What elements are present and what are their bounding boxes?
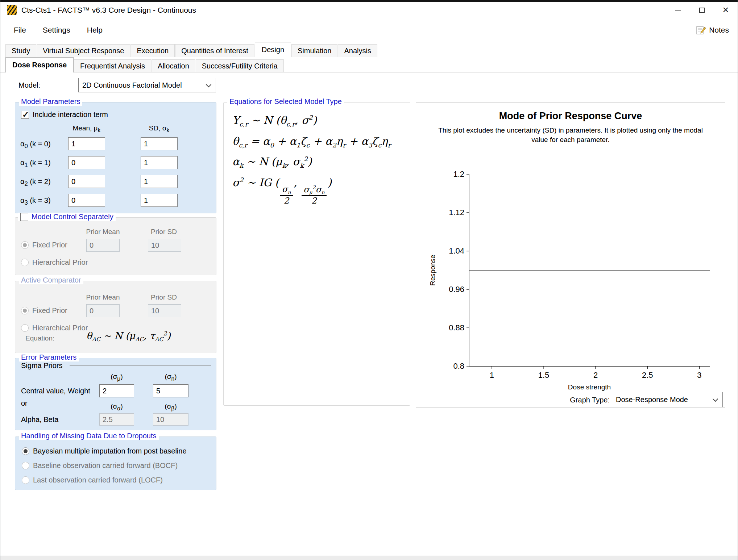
tab-quantities-of-interest[interactable]: Quantities of Interest — [175, 44, 254, 57]
alpha2-sd-input[interactable] — [141, 175, 178, 188]
ac-equation-label: Equation: — [25, 332, 54, 345]
sigma-beta-input[interactable] — [153, 413, 188, 426]
include-interaction-checkbox[interactable] — [21, 111, 29, 119]
equation-alpha-prior: αk ∼ N (μk, σk2) — [232, 155, 312, 169]
sigma-n-header: (σn) — [153, 373, 188, 382]
minimize-icon — [675, 10, 681, 11]
svg-text:1: 1 — [490, 371, 494, 380]
missing-data-option-locf: Last observation carried forward (LOCF) — [22, 476, 163, 484]
equation-linear-model: θc,r = α0 + α1ζc + α2ηr + α3ζcηr — [232, 135, 391, 149]
main-tab-bar: Study Virtual Subject Response Execution… — [0, 42, 738, 57]
mc-hierarchical-prior-option: Hierarchical Prior — [21, 258, 88, 267]
sigma-mu-header: (σμ) — [99, 373, 134, 382]
model-parameters-title: Model Parameters — [19, 97, 82, 106]
or-label: or — [21, 397, 28, 409]
mc-prior-mean-input[interactable] — [86, 239, 120, 252]
alpha0-mean-input[interactable] — [68, 137, 105, 150]
alpha1-label: α1 (k = 1) — [20, 156, 51, 172]
tab-design[interactable]: Design — [255, 42, 291, 57]
locf-radio[interactable] — [22, 476, 29, 484]
central-value-weight-label: Central value, Weight — [21, 384, 90, 397]
mc-fixed-prior-label: Fixed Prior — [32, 241, 67, 249]
ac-prior-sd-input[interactable] — [148, 304, 181, 317]
svg-text:2.5: 2.5 — [642, 371, 653, 380]
sigma-priors-divider — [70, 365, 211, 366]
model-select[interactable]: 2D Continuous Factorial Model — [78, 78, 216, 92]
model-control-title: Model Control Separately — [32, 213, 113, 221]
graph-type-select[interactable]: Dose-Response Mode — [612, 392, 723, 407]
sigma-beta-header: (σβ) — [153, 402, 188, 412]
include-interaction-row: Include interaction term — [21, 110, 108, 119]
alpha3-mean-input[interactable] — [68, 194, 105, 207]
svg-text:0.8: 0.8 — [453, 362, 464, 371]
chevron-down-icon — [713, 396, 718, 402]
tab-execution[interactable]: Execution — [130, 44, 175, 57]
bocf-label: Baseline observation carried forward (BO… — [33, 461, 178, 470]
svg-text:1.04: 1.04 — [449, 246, 464, 255]
subtab-dose-response[interactable]: Dose Response — [5, 57, 74, 72]
model-label: Model: — [18, 78, 40, 92]
mean-column-header: Mean, μk — [68, 124, 105, 134]
mc-fixed-prior-radio[interactable] — [21, 241, 29, 249]
dose-response-plot-svg: 1.21.121.040.960.880.811.522.53ResponseD… — [427, 150, 713, 400]
sigma-priors-label: Sigma Priors — [21, 360, 62, 371]
minimize-button[interactable] — [666, 2, 690, 18]
model-control-checkbox[interactable] — [20, 213, 28, 221]
subtab-success-futility-criteria[interactable]: Success/Futility Criteria — [196, 59, 284, 72]
tab-study[interactable]: Study — [5, 44, 36, 57]
alpha1-sd-input[interactable] — [141, 156, 178, 169]
tab-virtual-subject-response[interactable]: Virtual Subject Response — [37, 44, 130, 57]
app-icon — [7, 5, 17, 15]
menu-settings[interactable]: Settings — [34, 22, 79, 38]
menu-file[interactable]: File — [5, 22, 34, 38]
sigma-n-input[interactable] — [153, 384, 188, 397]
window-title: Cts-Cts1 - FACTS™ v6.3 Core Design - Con… — [21, 6, 196, 14]
alpha2-label: α2 (k = 2) — [20, 175, 51, 191]
alpha3-sd-input[interactable] — [141, 194, 178, 207]
svg-text:0.88: 0.88 — [449, 323, 464, 332]
ac-prior-mean-header: Prior Mean — [83, 293, 123, 301]
tab-simulation[interactable]: Simulation — [291, 44, 337, 57]
window-bottom-edge — [0, 556, 738, 560]
mc-prior-sd-header: Prior SD — [146, 228, 182, 236]
mc-prior-sd-input[interactable] — [148, 239, 181, 252]
subtab-frequentist-analysis[interactable]: Frequentist Analysis — [74, 59, 151, 72]
ac-prior-sd-header: Prior SD — [146, 293, 182, 301]
locf-label: Last observation carried forward (LOCF) — [33, 476, 163, 484]
active-comparator-group: Active Comparator Prior Mean Prior SD Fi… — [15, 281, 216, 353]
close-button[interactable]: ✕ — [714, 2, 738, 18]
subtab-allocation[interactable]: Allocation — [152, 59, 195, 72]
missing-data-title: Handling of Missing Data Due to Dropouts — [19, 432, 159, 440]
tab-analysis[interactable]: Analysis — [338, 44, 377, 57]
mc-prior-mean-header: Prior Mean — [83, 228, 123, 236]
svg-text:3: 3 — [697, 371, 701, 380]
bayesian-imputation-label: Bayesian multiple imputation from post b… — [33, 447, 187, 455]
plot-subtitle: This plot excludes the uncertainty (SD) … — [436, 126, 705, 144]
svg-text:1.5: 1.5 — [538, 371, 550, 380]
ac-hierarchical-prior-radio[interactable] — [21, 324, 29, 332]
window-controls: ✕ — [666, 2, 738, 18]
missing-data-group: Handling of Missing Data Due to Dropouts… — [15, 436, 216, 490]
ac-prior-mean-input[interactable] — [86, 304, 120, 317]
menu-help[interactable]: Help — [79, 22, 111, 38]
mc-hierarchical-prior-radio[interactable] — [21, 259, 29, 266]
active-comparator-title: Active Comparator — [19, 276, 83, 284]
sigma-mu-input[interactable] — [99, 384, 134, 397]
notes-button[interactable]: Notes — [695, 18, 729, 42]
alpha0-sd-input[interactable] — [141, 137, 178, 150]
maximize-button[interactable] — [690, 2, 714, 18]
alpha2-mean-input[interactable] — [68, 175, 105, 188]
plot-title: Mode of Prior Response Curve — [416, 110, 725, 122]
bocf-radio[interactable] — [22, 462, 29, 469]
alpha1-mean-input[interactable] — [68, 156, 105, 169]
alpha3-label: α3 (k = 3) — [20, 194, 51, 209]
equations-panel-title: Equations for Selected Model Type — [227, 97, 344, 106]
svg-text:1.2: 1.2 — [453, 170, 464, 179]
sigma-alpha-input[interactable] — [99, 413, 134, 426]
app-window: Cts-Cts1 - FACTS™ v6.3 Core Design - Con… — [0, 0, 738, 560]
bayesian-imputation-radio[interactable] — [22, 447, 29, 455]
svg-text:Dose strength: Dose strength — [568, 383, 611, 391]
ac-fixed-prior-option: Fixed Prior — [21, 306, 67, 315]
graph-type-label: Graph Type: — [559, 392, 610, 408]
ac-fixed-prior-radio[interactable] — [21, 307, 29, 314]
